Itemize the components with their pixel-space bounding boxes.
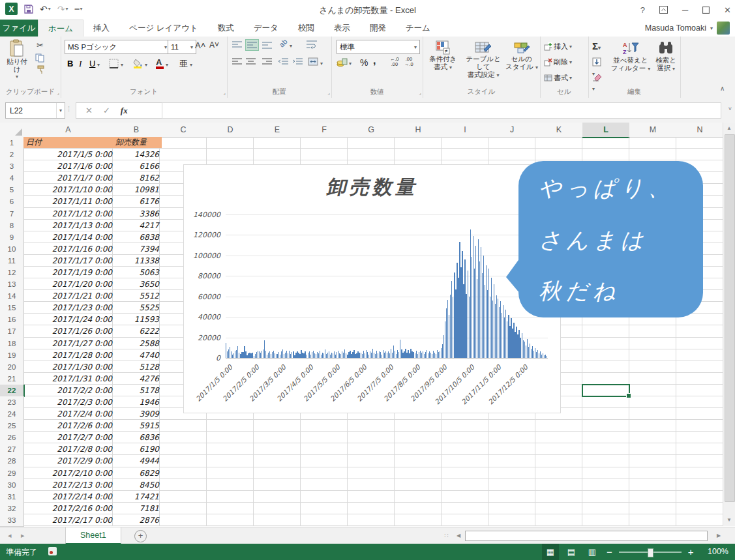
- callout-shape[interactable]: やっぱり、 さんまは 秋だね: [502, 156, 708, 325]
- row-header-32[interactable]: 32: [0, 503, 24, 515]
- row-header-18[interactable]: 18: [0, 338, 24, 350]
- column-header-C[interactable]: C: [160, 123, 207, 138]
- tab-home[interactable]: ホーム: [38, 20, 83, 37]
- row-header-31[interactable]: 31: [0, 491, 24, 503]
- horizontal-scrollbar[interactable]: ◀ ▶: [453, 530, 724, 541]
- number-format-select[interactable]: 標準▾: [337, 40, 420, 54]
- borders-dropdown[interactable]: ▾: [121, 62, 123, 68]
- column-header-L[interactable]: L: [582, 123, 630, 138]
- row-header-2[interactable]: 2: [0, 149, 24, 161]
- cell-A26[interactable]: 2017/2/7 0:00: [23, 432, 117, 443]
- cell-B30[interactable]: 8450: [113, 479, 162, 491]
- close-button[interactable]: ✕: [724, 5, 731, 15]
- increase-decimal-button[interactable]: ←.0.00: [390, 57, 399, 67]
- tab-team[interactable]: チーム: [396, 20, 440, 37]
- sheet-tab-sheet1[interactable]: Sheet1: [65, 527, 121, 544]
- copy-icon[interactable]: [35, 53, 44, 63]
- font-dialog-launcher-icon[interactable]: ⌟: [223, 90, 226, 96]
- column-header-G[interactable]: G: [348, 123, 395, 138]
- align-top-icon[interactable]: [232, 41, 242, 49]
- cell-A16[interactable]: 2017/1/24 0:00: [23, 314, 117, 325]
- cancel-entry-icon[interactable]: ✕: [85, 106, 93, 115]
- row-header-22[interactable]: 22: [0, 385, 25, 397]
- zoom-slider-thumb[interactable]: [648, 548, 653, 557]
- page-break-view-button[interactable]: ▥: [584, 544, 601, 560]
- clipboard-dialog-launcher-icon[interactable]: ⌟: [57, 90, 59, 96]
- fill-color-dropdown[interactable]: ▾: [145, 62, 147, 68]
- cell-B21[interactable]: 4276: [113, 373, 162, 385]
- scroll-down-arrow[interactable]: ▼: [723, 514, 735, 525]
- row-header-29[interactable]: 29: [0, 467, 24, 480]
- selected-cell-L22[interactable]: [582, 384, 630, 397]
- formula-bar-expand-icon[interactable]: ˅: [728, 106, 732, 112]
- row-header-12[interactable]: 12: [0, 267, 24, 279]
- insert-cells-button[interactable]: 挿入▾: [544, 42, 572, 52]
- row-header-9[interactable]: 9: [0, 231, 24, 244]
- cell-B8[interactable]: 4217: [113, 220, 162, 231]
- cell-A3[interactable]: 2017/1/6 0:00: [23, 160, 117, 172]
- cell-B28[interactable]: 4944: [113, 455, 162, 467]
- merge-center-icon[interactable]: [308, 57, 318, 66]
- bold-button[interactable]: B: [67, 59, 73, 68]
- tab-page-layout[interactable]: ページ レイアウト: [119, 20, 208, 37]
- accounting-format-icon[interactable]: [337, 57, 348, 67]
- cell-A21[interactable]: 2017/1/31 0:00: [23, 373, 117, 385]
- column-header-I[interactable]: I: [442, 123, 489, 138]
- row-header-25[interactable]: 25: [0, 420, 24, 432]
- column-header-D[interactable]: D: [207, 123, 254, 138]
- cell-B23[interactable]: 1946: [113, 396, 162, 408]
- cell-A1[interactable]: 日付: [23, 137, 115, 148]
- zoom-in-button[interactable]: +: [688, 546, 694, 557]
- cell-B14[interactable]: 5512: [113, 290, 162, 302]
- font-name-select[interactable]: MS Pゴシック▾: [65, 40, 170, 54]
- cell-B5[interactable]: 10981: [113, 184, 162, 196]
- italic-button[interactable]: I: [79, 59, 82, 69]
- name-box[interactable]: L22 ▾: [5, 102, 65, 119]
- cell-A24[interactable]: 2017/2/4 0:00: [23, 408, 117, 420]
- cell-B7[interactable]: 3386: [113, 208, 162, 220]
- cell-A31[interactable]: 2017/2/14 0:00: [23, 491, 117, 503]
- row-header-6[interactable]: 6: [0, 196, 24, 208]
- row-header-30[interactable]: 30: [0, 479, 24, 492]
- row-header-24[interactable]: 24: [0, 408, 24, 420]
- cell-B33[interactable]: 2876: [113, 514, 162, 526]
- cell-B19[interactable]: 4740: [113, 349, 162, 361]
- zoom-out-button[interactable]: −: [607, 546, 612, 557]
- cell-A33[interactable]: 2017/2/17 0:00: [23, 514, 117, 526]
- align-bottom-icon[interactable]: [262, 41, 272, 49]
- column-header-B[interactable]: B: [113, 123, 160, 138]
- column-header-F[interactable]: F: [301, 123, 348, 138]
- number-dialog-launcher-icon[interactable]: ⌟: [419, 90, 421, 96]
- cell-A6[interactable]: 2017/1/11 0:00: [23, 196, 117, 207]
- cell-A10[interactable]: 2017/1/16 0:00: [23, 243, 117, 255]
- align-left-icon[interactable]: [232, 58, 242, 66]
- phonetic-guide-icon[interactable]: 亜: [179, 58, 188, 70]
- row-header-11[interactable]: 11: [0, 255, 24, 267]
- fill-handle[interactable]: [626, 393, 631, 398]
- scroll-right-arrow[interactable]: ▶: [713, 530, 724, 541]
- cell-A12[interactable]: 2017/1/19 0:00: [23, 267, 117, 278]
- autosum-button[interactable]: Σ▾: [592, 40, 601, 52]
- orientation-dropdown[interactable]: ▾: [290, 43, 292, 49]
- cell-A27[interactable]: 2017/2/8 0:00: [23, 443, 117, 455]
- tab-formulas[interactable]: 数式: [208, 20, 244, 37]
- row-header-27[interactable]: 27: [0, 443, 24, 456]
- column-header-K[interactable]: K: [535, 123, 583, 138]
- underline-button[interactable]: U: [89, 59, 95, 68]
- page-layout-view-button[interactable]: ▤: [563, 544, 580, 560]
- cell-A13[interactable]: 2017/1/20 0:00: [23, 278, 117, 290]
- cell-A5[interactable]: 2017/1/10 0:00: [23, 184, 117, 196]
- sheet-nav-prev-icon[interactable]: ◂: [8, 531, 12, 540]
- cell-B27[interactable]: 6190: [113, 443, 162, 455]
- cell-B2[interactable]: 14326: [113, 149, 162, 160]
- cell-A8[interactable]: 2017/1/13 0:00: [23, 220, 117, 231]
- cell-B15[interactable]: 5525: [113, 302, 162, 314]
- cell-A20[interactable]: 2017/1/30 0:00: [23, 361, 117, 373]
- cell-A18[interactable]: 2017/1/27 0:00: [23, 338, 117, 349]
- cell-B32[interactable]: 7181: [113, 503, 162, 514]
- row-header-17[interactable]: 17: [0, 325, 24, 338]
- column-header-H[interactable]: H: [395, 123, 442, 138]
- cell-A28[interactable]: 2017/2/9 0:00: [23, 455, 117, 467]
- vertical-scrollbar[interactable]: ▲ ▼: [723, 123, 735, 526]
- select-all-corner[interactable]: [0, 123, 24, 138]
